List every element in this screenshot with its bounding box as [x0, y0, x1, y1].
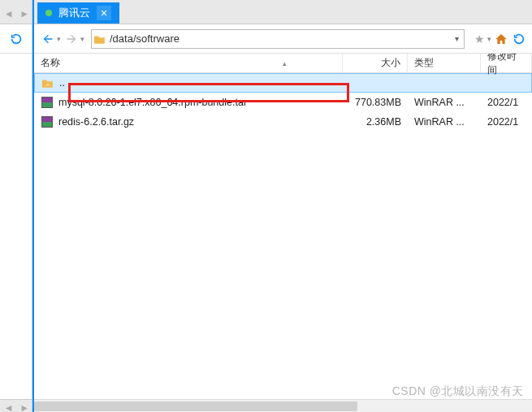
refresh-button[interactable] [511, 31, 527, 47]
address-path: /data/softrware [108, 33, 449, 45]
archive-icon [41, 115, 54, 128]
file-name: mysql-8.0.26-1.el7.x86_64.rpm-bundle.tar [58, 97, 247, 108]
header-type[interactable]: 类型 [408, 54, 481, 72]
panel-right-icon[interactable]: ► [19, 8, 28, 16]
status-dot-icon [45, 10, 52, 16]
arrow-right-icon [65, 33, 78, 46]
file-list: 名称▴ 大小 类型 修改时间 .. [34, 54, 532, 399]
file-type: WinRAR ... [408, 112, 481, 132]
address-bar[interactable]: /data/softrware ▾ [91, 29, 465, 49]
tab-bar: 腾讯云 × [34, 0, 532, 24]
file-date: 2022/1 [481, 93, 532, 112]
folder-up-icon [41, 76, 54, 89]
back-history-dropdown[interactable]: ▾ [57, 35, 61, 43]
archive-icon [41, 96, 54, 109]
file-type: WinRAR ... [408, 93, 481, 112]
file-date [482, 74, 531, 92]
file-type [409, 74, 482, 92]
left-gutter: ◄ ► ◄ ► [0, 0, 32, 412]
horizontal-scrollbar[interactable] [34, 399, 532, 412]
scrollbar-thumb[interactable] [34, 401, 357, 411]
toolbar: ▾ ▾ /data/softrware ▾ ★ ▾ [34, 24, 532, 54]
tab-title: 腾讯云 [58, 6, 90, 20]
forward-button[interactable] [63, 30, 80, 48]
file-size: 770.83MB [343, 93, 408, 112]
panel-left-icon[interactable]: ◄ [4, 402, 12, 410]
file-row[interactable]: redis-6.2.6.tar.gz 2.36MB WinRAR ... 202… [34, 112, 532, 132]
panel-right-icon[interactable]: ► [19, 402, 28, 410]
gutter-top: ◄ ► [0, 0, 32, 24]
forward-history-dropdown[interactable]: ▾ [80, 35, 84, 43]
sort-asc-icon: ▴ [283, 59, 335, 67]
folder-icon [92, 34, 108, 44]
gutter-body [0, 54, 32, 399]
file-name: redis-6.2.6.tar.gz [58, 116, 134, 128]
file-size: 2.36MB [343, 112, 408, 132]
panel-left-icon[interactable]: ◄ [4, 8, 12, 16]
column-headers: 名称▴ 大小 类型 修改时间 [34, 54, 532, 73]
address-dropdown-icon[interactable]: ▾ [449, 34, 464, 43]
refresh-icon [10, 33, 23, 46]
header-name[interactable]: 名称▴ [34, 54, 343, 72]
parent-dir-row[interactable]: .. [34, 73, 532, 93]
gutter-refresh-button[interactable] [0, 24, 32, 54]
file-date: 2022/1 [481, 112, 532, 132]
home-button[interactable] [493, 31, 509, 47]
gutter-bottom: ◄ ► [0, 399, 32, 412]
header-size[interactable]: 大小 [343, 54, 408, 72]
tab-close-button[interactable]: × [97, 6, 111, 20]
bookmark-button[interactable]: ★ [471, 31, 487, 47]
file-row[interactable]: mysql-8.0.26-1.el7.x86_64.rpm-bundle.tar… [34, 93, 532, 112]
tab-active[interactable]: 腾讯云 × [37, 2, 119, 24]
arrow-left-icon [41, 33, 54, 46]
header-date[interactable]: 修改时间 [481, 54, 532, 72]
file-name: .. [59, 77, 65, 89]
file-size [344, 74, 409, 92]
back-button[interactable] [39, 30, 57, 48]
bookmark-dropdown[interactable]: ▾ [487, 35, 491, 43]
